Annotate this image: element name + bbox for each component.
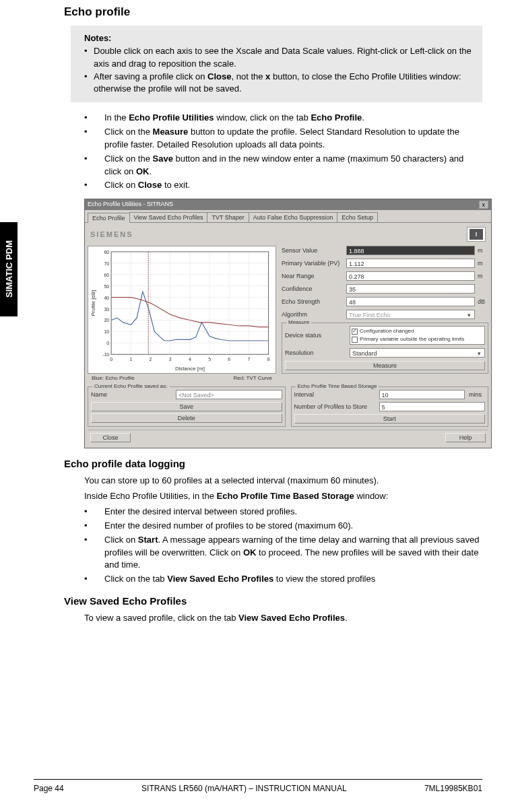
list-item: Enter the desired number of profiles to … (84, 520, 482, 533)
field-device-status: ✓Configuration changed Primary variable … (350, 326, 485, 345)
measure-group: Measure Device status ✓Configuration cha… (282, 323, 488, 374)
chart-svg: -1001020304050607080012345678Distance [m… (88, 246, 276, 373)
svg-text:20: 20 (104, 318, 109, 323)
list-item: Click on the Save button and in the new … (84, 153, 482, 178)
list-item: Enter the desired interval between store… (84, 506, 482, 518)
unit: m (478, 273, 488, 279)
list-item: Click on Start. A message appears warnin… (84, 534, 482, 572)
close-button[interactable]: Close (90, 433, 131, 442)
storage-group: Echo Profile Time Based Storage Interval… (291, 386, 489, 427)
unit: dB (478, 298, 488, 305)
para: To view a saved profile, click on the ta… (64, 612, 482, 625)
label-confidence: Confidence (282, 285, 344, 292)
legend-tvt: Red: TVT Curve (233, 375, 272, 381)
checkbox-icon (352, 337, 358, 343)
svg-text:8: 8 (267, 357, 270, 362)
svg-text:Profile [dB]: Profile [dB] (90, 290, 96, 316)
saved-group: Current Echo Profile saved as: Name<Not … (88, 386, 286, 427)
svg-text:50: 50 (104, 284, 109, 289)
list-item: Click on the tab View Saved Echo Profile… (84, 573, 482, 586)
svg-text:60: 60 (104, 273, 109, 277)
close-icon[interactable]: x (479, 201, 489, 209)
notes-item: After saving a profile click on Close, n… (84, 71, 474, 96)
heading-data-logging: Echo profile data logging (64, 458, 482, 469)
field-sensor-value: 1.888 (346, 246, 475, 255)
notes-list: Double click on each axis to see the Xsc… (84, 45, 474, 96)
notes-title: Notes: (84, 32, 474, 45)
label-name: Name (91, 391, 172, 398)
svg-text:0: 0 (106, 341, 109, 346)
list-item: Click on the Measure button to update th… (84, 126, 482, 151)
side-tab: SIMATIC PDM (0, 222, 18, 316)
group-label: Current Echo Profile saved as: (92, 383, 170, 389)
start-button[interactable]: Start (294, 414, 486, 424)
field-resolution[interactable]: Standard (350, 348, 485, 358)
field-algorithm[interactable]: True First Echo (346, 310, 475, 319)
page-footer: Page 44 SITRANS LR560 (mA/HART) – INSTRU… (34, 779, 482, 793)
save-button[interactable]: Save (91, 402, 282, 411)
label-resolution: Resolution (285, 349, 347, 356)
unit: m (478, 247, 488, 254)
heading-view-saved: View Saved Echo Profiles (64, 595, 482, 607)
svg-text:10: 10 (104, 330, 109, 335)
svg-text:80: 80 (104, 250, 109, 255)
para: You can store up to 60 profiles at a sel… (64, 475, 482, 487)
field-echo-strength: 48 (346, 297, 475, 306)
svg-text:3: 3 (169, 357, 172, 362)
unit: m (478, 260, 488, 267)
status-text: Primary variable outside the operating l… (360, 335, 464, 343)
label-sensor-value: Sensor Value (282, 247, 344, 254)
label-near-range: Near Range (282, 273, 344, 279)
group-label: Echo Profile Time Based Storage (296, 383, 379, 389)
delete-button[interactable]: Delete (91, 413, 282, 423)
window-tabs: Echo Profile View Saved Echo Profiles TV… (85, 210, 491, 222)
svg-text:0: 0 (110, 357, 112, 362)
echo-profile-chart: -1001020304050607080012345678Distance [m… (88, 246, 276, 374)
svg-text:40: 40 (104, 296, 109, 300)
instruction-list-2: Enter the desired interval between store… (64, 506, 482, 586)
list-item: Click on Close to exit. (84, 179, 482, 192)
window-titlebar: Echo Profile Utilities - SITRANS x (85, 199, 491, 210)
svg-text:2: 2 (150, 357, 152, 362)
instruction-list-1: In the Echo Profile Utilities window, cl… (64, 112, 482, 192)
svg-text:4: 4 (189, 357, 191, 362)
svg-text:70: 70 (104, 261, 109, 266)
svg-text:-10: -10 (102, 353, 109, 358)
label-device-status: Device status (285, 332, 347, 339)
field-pv: 1.112 (346, 259, 475, 268)
siemens-logo: SIEMENS (90, 230, 133, 238)
label-algorithm: Algorithm (282, 311, 344, 318)
label-num-profiles: Number of Profiles to Store (294, 403, 375, 410)
svg-text:7: 7 (248, 357, 251, 362)
unit-mins: mins (469, 391, 485, 398)
svg-text:6: 6 (228, 357, 230, 362)
tab-view-saved[interactable]: View Saved Echo Profiles (129, 212, 208, 222)
footer-page: Page 44 (34, 784, 64, 793)
legend-echo: Blue: Echo Profile (92, 375, 135, 381)
label-interval: Interval (294, 391, 375, 398)
field-near-range: 0.278 (346, 271, 475, 281)
tab-tvt-shaper[interactable]: TVT Shaper (207, 212, 249, 222)
tab-auto-false-echo[interactable]: Auto False Echo Suppression (249, 212, 338, 222)
status-text: Configuration changed (360, 327, 414, 335)
warning-icon: ! (467, 227, 486, 242)
echo-profile-window: Echo Profile Utilities - SITRANS x Echo … (84, 199, 492, 448)
list-item: In the Echo Profile Utilities window, cl… (84, 112, 482, 125)
footer-title: SITRANS LR560 (mA/HART) – INSTRUCTION MA… (141, 784, 347, 793)
group-label: Measure (286, 319, 311, 325)
field-confidence: 35 (346, 284, 475, 294)
field-interval[interactable]: 10 (379, 390, 465, 399)
svg-text:1: 1 (129, 357, 132, 362)
help-button[interactable]: Help (445, 433, 486, 442)
checkbox-icon: ✓ (352, 329, 358, 335)
label-echo-strength: Echo Strength (282, 298, 344, 305)
notes-box: Notes: Double click on each axis to see … (71, 26, 482, 102)
field-name[interactable]: <Not Saved> (176, 390, 282, 399)
svg-text:30: 30 (104, 307, 109, 312)
window-title: Echo Profile Utilities - SITRANS (88, 201, 173, 209)
field-num-profiles[interactable]: 5 (379, 402, 486, 411)
notes-item: Double click on each axis to see the Xsc… (84, 45, 474, 71)
tab-echo-setup[interactable]: Echo Setup (337, 212, 378, 222)
measure-button[interactable]: Measure (285, 361, 485, 370)
tab-echo-profile[interactable]: Echo Profile (88, 213, 130, 223)
